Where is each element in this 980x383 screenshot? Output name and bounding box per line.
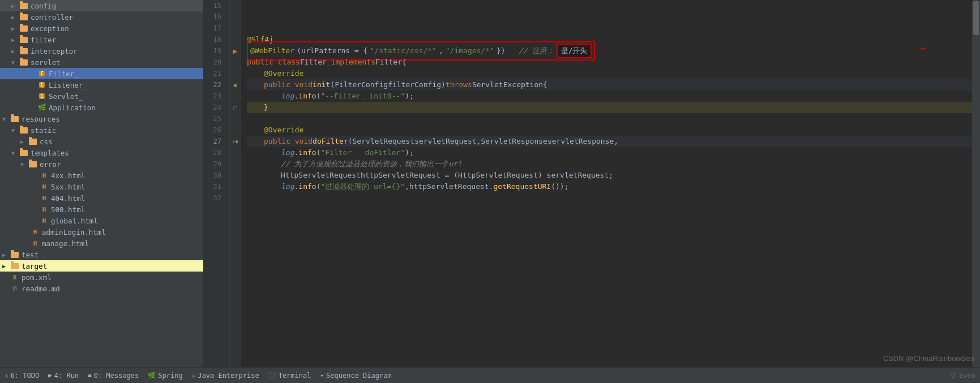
- line-num-32: 32: [204, 192, 225, 204]
- annotation-webfilter: @WebFilter: [250, 45, 294, 57]
- gutter-20: [230, 57, 241, 68]
- sidebar-item-pom[interactable]: X pom.xml: [0, 272, 203, 283]
- gutter-21: [230, 68, 241, 79]
- sidebar-item-adminlogin[interactable]: H adminLogin.html: [0, 226, 203, 238]
- sidebar-item-error[interactable]: error: [0, 158, 203, 170]
- status-messages-label: 0: Messages: [94, 372, 139, 380]
- sidebar-item-listener-class[interactable]: C Listener_: [0, 79, 203, 91]
- sidebar-item-exception[interactable]: exception: [0, 23, 203, 34]
- sidebar-item-label: templates: [31, 149, 69, 157]
- dofilter-params: (: [348, 136, 353, 147]
- status-bar: ⚠ 6: TODO ▶ 4: Run ≡ 0: Messages 🌿 Sprin…: [0, 367, 980, 383]
- line-num-16: 16: [204, 11, 225, 23]
- sidebar-item-test[interactable]: test: [0, 249, 203, 260]
- sidebar-item-css[interactable]: css: [0, 136, 203, 147]
- class-name-filter: Filter_: [300, 57, 331, 68]
- sidebar-item-filter[interactable]: filter: [0, 34, 203, 45]
- sidebar-item-config[interactable]: config: [0, 0, 203, 11]
- gutter-18: [230, 34, 241, 45]
- log-call-2: log: [281, 147, 294, 158]
- sidebar-item-servlet[interactable]: servlet: [0, 57, 203, 68]
- sidebar-item-label: 404.html: [51, 194, 85, 203]
- gutter-22: ●: [230, 79, 241, 91]
- kw-throws: throws: [446, 79, 472, 91]
- sidebar-item-target[interactable]: target: [0, 260, 203, 272]
- string-static-css: "/static/css/*": [370, 45, 436, 57]
- html-file-icon: H: [40, 182, 49, 191]
- sidebar-item-readme[interactable]: M readme.md: [0, 283, 203, 294]
- sidebar-item-templates[interactable]: templates: [0, 147, 203, 158]
- folder-icon: [19, 58, 28, 67]
- status-spring[interactable]: 🌿 Spring: [148, 372, 182, 380]
- sidebar-item-filter-class[interactable]: C Filter_: [0, 68, 203, 79]
- sidebar-item-500[interactable]: H 500.html: [0, 204, 203, 215]
- servlet-request-type: ServletRequest: [353, 136, 415, 147]
- java-class-icon: C: [37, 69, 46, 78]
- sidebar-item-static[interactable]: static: [0, 124, 203, 136]
- sidebar-item-servlet-class[interactable]: C Servlet_: [0, 91, 203, 102]
- sidebar-item-resources[interactable]: resources: [0, 113, 203, 124]
- scroll-thumb[interactable]: [973, 1, 979, 35]
- sequence-icon: ✦: [320, 372, 324, 379]
- code-line-29: // 为了方便观察过滤器处理的资源，我们输出一个url: [247, 158, 972, 170]
- line-num-31: 31: [204, 181, 225, 192]
- gutter-19: ▶: [230, 45, 241, 57]
- sidebar-item-interceptor[interactable]: interceptor: [0, 45, 203, 57]
- sidebar-item-label: error: [40, 160, 61, 169]
- sidebar-item-manage[interactable]: H manage.html: [0, 238, 203, 249]
- sidebar-item-global[interactable]: H global.html: [0, 215, 203, 226]
- sidebar-item-application-class[interactable]: 🌿 Application: [0, 102, 203, 113]
- gutter-26: [230, 124, 241, 136]
- folder-icon: [19, 12, 28, 21]
- sidebar-item-label: exception: [31, 24, 69, 33]
- paren-close3: ());: [551, 181, 568, 192]
- java-class-icon: C: [37, 80, 46, 89]
- arrow-icon: [11, 25, 19, 32]
- java-enterprise-icon: ☕: [192, 372, 196, 379]
- folder-icon: [19, 148, 28, 157]
- arrow-icon: [11, 14, 19, 20]
- gutter-23: [230, 91, 241, 102]
- status-terminal[interactable]: ⬛ Terminal: [268, 372, 311, 380]
- comma-log: ,httpServletRequest.: [405, 181, 494, 192]
- arrow-icon: [11, 3, 19, 9]
- gutter-25: [230, 113, 241, 124]
- log-call-1: log: [281, 91, 294, 102]
- sidebar-item-label: Servlet_: [49, 92, 83, 101]
- status-java-enterprise-label: Java Enterprise: [198, 372, 259, 380]
- annotation-override-1: @Override: [264, 68, 303, 79]
- status-sequence[interactable]: ✦ Sequence Diagram: [320, 372, 391, 380]
- code-content-area[interactable]: 15 16 17 18 19 20 21 22 23 24 25 26 27 2…: [204, 0, 980, 367]
- line-num-19: 19: [204, 45, 225, 57]
- sidebar-item-controller[interactable]: controller: [0, 11, 203, 23]
- code-line-32: [247, 192, 972, 204]
- gutter-16: [230, 11, 241, 23]
- method-init: init: [313, 79, 330, 91]
- sidebar-item-label: Application: [49, 104, 96, 112]
- vertical-scrollbar[interactable]: [972, 0, 980, 367]
- folder-icon: [19, 46, 28, 55]
- kw-public-2: public void: [264, 79, 313, 91]
- line-num-29: 29: [204, 158, 225, 170]
- arrow-icon: [11, 127, 19, 134]
- todo-icon: ⚠: [5, 372, 8, 379]
- code-line-19: @WebFilter(urlPatterns = {"/static/css/*…: [247, 45, 972, 57]
- status-todo[interactable]: ⚠ 6: TODO: [5, 372, 39, 380]
- java-class-icon: C: [37, 92, 46, 101]
- sidebar-item-label: Filter_: [49, 70, 79, 78]
- method-geturi: getRequestURI: [493, 181, 551, 192]
- sidebar-item-label: interceptor: [31, 47, 78, 55]
- status-java-enterprise[interactable]: ☕ Java Enterprise: [192, 372, 259, 380]
- open-brace: {: [402, 57, 406, 68]
- code-line-31: log.info("过滤器处理的 url={}",httpServletRequ…: [247, 181, 972, 192]
- method-dofilter: doFilter: [313, 136, 348, 147]
- sidebar-item-5xx[interactable]: H 5xx.html: [0, 181, 203, 192]
- sidebar-item-4xx[interactable]: H 4xx.html: [0, 170, 203, 181]
- status-run[interactable]: ▶ 4: Run: [48, 372, 79, 380]
- status-messages[interactable]: ≡ 0: Messages: [88, 372, 139, 380]
- sidebar-item-label: pom.xml: [22, 273, 52, 282]
- paren3: (: [316, 181, 321, 192]
- sidebar-item-404[interactable]: H 404.html: [0, 192, 203, 204]
- closing-method-brace: }: [264, 102, 268, 113]
- method-info-1: info: [298, 91, 316, 102]
